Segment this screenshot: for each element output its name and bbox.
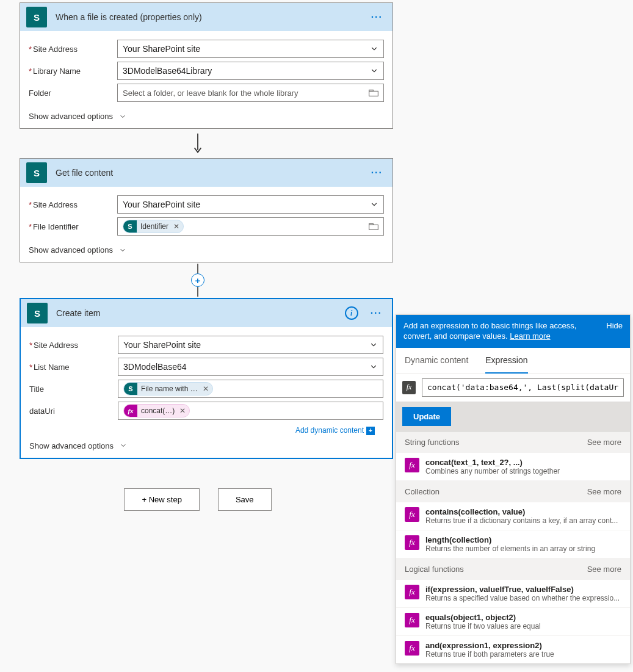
svg-rect-0	[369, 91, 378, 96]
field-input[interactable]: SIdentifier✕	[117, 217, 384, 236]
add-dynamic-content-link[interactable]: Add dynamic content+	[29, 424, 383, 435]
field-row: *Site AddressYour SharePoint site	[29, 40, 384, 58]
chevron-down-icon[interactable]	[370, 200, 378, 209]
chevron-down-icon[interactable]	[370, 67, 378, 75]
learn-more-link[interactable]: Learn more	[510, 331, 550, 341]
field-input[interactable]: Your SharePoint site	[117, 195, 384, 214]
card-title: Get file content	[56, 168, 367, 178]
pill-label: concat(…)	[141, 406, 175, 415]
field-label-text: Site Address	[34, 341, 78, 350]
show-advanced-options[interactable]: Show advanced options	[29, 239, 384, 255]
more-icon[interactable]: ···	[367, 167, 386, 178]
field-label-text: Site Address	[33, 200, 78, 209]
expression-panel: Add an expression to do basic things lik…	[396, 314, 631, 513]
function-item[interactable]: fxconcat(text_1, text_2?, ...)Combines a…	[396, 453, 630, 481]
remove-pill-icon[interactable]: ✕	[203, 385, 209, 393]
info-icon[interactable]: i	[345, 306, 358, 320]
required-asterisk: *	[29, 341, 32, 350]
token-pill-sp[interactable]: SFile name with …✕	[123, 382, 213, 396]
function-signature: concat(text_1, text_2?, ...)	[425, 458, 621, 467]
flow-arrow	[2, 131, 393, 156]
field-label: Title	[29, 385, 118, 394]
token-pill-fx[interactable]: fxconcat(…)✕	[123, 404, 190, 417]
field-value: 3DModelBase64	[123, 362, 187, 372]
field-label-text: List Name	[34, 363, 70, 372]
chevron-down-icon[interactable]	[370, 45, 378, 53]
fx-icon: fx	[405, 458, 419, 472]
field-value: Your SharePoint site	[123, 340, 201, 350]
field-row: FolderSelect a folder, or leave blank fo…	[29, 84, 384, 102]
more-icon[interactable]: ···	[367, 12, 386, 23]
more-icon[interactable]: ···	[367, 308, 386, 319]
tab-dynamic-content[interactable]: Dynamic content	[405, 348, 468, 373]
save-button[interactable]: Save	[218, 488, 272, 511]
field-label-text: Library Name	[33, 67, 81, 76]
insert-step-button[interactable]: +	[191, 273, 204, 287]
see-more-link[interactable]: See more	[587, 438, 621, 447]
field-input[interactable]: SFile name with …✕	[118, 380, 383, 398]
required-asterisk: *	[29, 222, 32, 231]
card-title: Create item	[56, 308, 345, 318]
banner-text: Add an expression to do basic things lik…	[403, 321, 576, 341]
fx-icon: fx	[402, 381, 416, 394]
function-group-header: String functionsSee more	[396, 432, 630, 453]
required-asterisk: *	[29, 200, 32, 209]
sharepoint-pill-icon: S	[123, 220, 137, 233]
remove-pill-icon[interactable]: ✕	[173, 222, 179, 231]
function-item[interactable]: fxcontains(collection, value)Returns tru…	[396, 502, 630, 513]
remove-pill-icon[interactable]: ✕	[179, 406, 186, 415]
card-body: *Site AddressYour SharePoint site*List N…	[21, 327, 392, 458]
see-more-link[interactable]: See more	[587, 487, 621, 496]
card-body: *Site AddressYour SharePoint site*Librar…	[20, 31, 392, 128]
field-row: dataUrifxconcat(…)✕	[29, 402, 383, 420]
token-pill-sp[interactable]: SIdentifier✕	[123, 220, 184, 233]
field-placeholder: Select a folder, or leave blank for the …	[123, 89, 298, 98]
dyn-plus-badge: +	[366, 427, 375, 435]
chevron-down-icon[interactable]	[369, 363, 378, 371]
update-button[interactable]: Update	[402, 407, 451, 426]
show-advanced-options[interactable]: Show advanced options	[29, 106, 384, 121]
function-list[interactable]: String functionsSee morefxconcat(text_1,…	[396, 432, 630, 513]
flow-insert-node: +	[2, 264, 393, 297]
field-row: *Library Name3DModelBase64Library	[29, 62, 384, 80]
hide-button[interactable]: Hide	[606, 321, 623, 342]
button-row: + New stepSave	[2, 488, 393, 511]
function-signature: contains(collection, value)	[425, 507, 621, 513]
field-label-text: Folder	[29, 89, 51, 98]
chevron-down-icon[interactable]	[369, 341, 378, 349]
expression-row: fx	[396, 374, 630, 402]
field-input[interactable]: 3DModelBase64	[118, 358, 383, 376]
field-label: *Site Address	[29, 200, 117, 209]
field-label: dataUri	[29, 406, 118, 416]
folder-icon[interactable]	[369, 89, 378, 97]
pill-label: Identifier	[140, 222, 168, 231]
required-asterisk: *	[29, 67, 32, 76]
folder-icon[interactable]	[369, 222, 378, 231]
field-label: Folder	[29, 89, 117, 98]
tab-expression[interactable]: Expression	[485, 348, 527, 374]
sharepoint-icon: S	[26, 162, 47, 183]
show-advanced-options[interactable]: Show advanced options	[29, 435, 383, 450]
pill-label: File name with …	[141, 385, 198, 393]
panel-banner: Add an expression to do basic things lik…	[396, 315, 630, 348]
field-input[interactable]: Your SharePoint site	[118, 336, 383, 354]
field-label: *File Identifier	[29, 222, 117, 231]
card-header[interactable]: SGet file content···	[20, 159, 392, 187]
card-header[interactable]: SCreate itemi···	[21, 299, 392, 327]
svg-rect-3	[369, 225, 378, 229]
card-title: When a file is created (properties only)	[56, 12, 367, 22]
field-input[interactable]: Select a folder, or leave blank for the …	[117, 84, 384, 102]
new-step-button[interactable]: + New step	[124, 488, 199, 511]
panel-tabs: Dynamic contentExpression	[396, 348, 630, 374]
field-input[interactable]: fxconcat(…)✕	[118, 402, 383, 420]
function-group-header: CollectionSee more	[396, 481, 630, 502]
field-input[interactable]: Your SharePoint site	[117, 40, 384, 58]
field-row: *List Name3DModelBase64	[29, 358, 383, 376]
expression-input[interactable]	[422, 378, 624, 397]
fx-pill-icon: fx	[124, 405, 137, 417]
field-input[interactable]: 3DModelBase64Library	[117, 62, 384, 80]
card-header[interactable]: SWhen a file is created (properties only…	[20, 3, 392, 31]
field-label-text: Title	[29, 385, 44, 394]
field-label-text: Site Address	[33, 45, 78, 54]
field-label: *Site Address	[29, 45, 117, 54]
